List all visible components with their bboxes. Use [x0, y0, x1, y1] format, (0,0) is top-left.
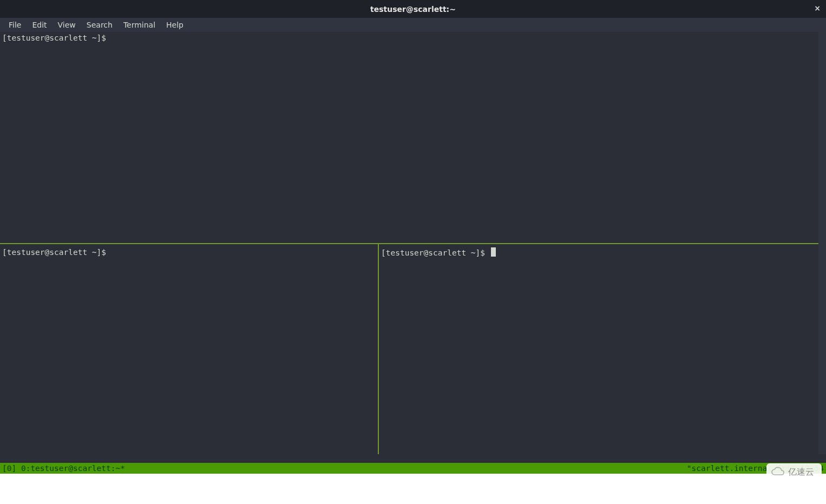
- shell-prompt: [testuser@scarlett ~]$: [2, 34, 111, 42]
- scrollbar[interactable]: [818, 32, 826, 454]
- tmux-status-left: [0] 0:testuser@scarlett:~*: [2, 463, 125, 474]
- menu-help[interactable]: Help: [161, 18, 189, 31]
- menu-terminal[interactable]: Terminal: [118, 18, 161, 31]
- terminal-area: [testuser@scarlett ~]$ [testuser@scarlet…: [0, 32, 826, 504]
- tmux-pane-top[interactable]: [testuser@scarlett ~]$: [0, 32, 818, 243]
- tmux-pane-bottom-left[interactable]: [testuser@scarlett ~]$: [0, 244, 378, 454]
- tmux-bottom-row: [testuser@scarlett ~]$ [testuser@scarlet…: [0, 244, 818, 454]
- shell-prompt: [testuser@scarlett ~]$: [381, 248, 490, 257]
- menu-view[interactable]: View: [53, 18, 81, 31]
- watermark-text: 亿速云: [788, 467, 814, 478]
- tmux-status-bar: [0] 0:testuser@scarlett:~* "scarlett.int…: [0, 463, 826, 474]
- window-title: testuser@scarlett:~: [370, 5, 456, 14]
- cloud-icon: [771, 467, 785, 479]
- window-titlebar: testuser@scarlett:~ ×: [0, 0, 826, 18]
- menu-edit[interactable]: Edit: [27, 18, 52, 31]
- menu-search[interactable]: Search: [81, 18, 118, 31]
- page-bottom-strip: [0, 474, 826, 504]
- watermark-badge: 亿速云: [766, 463, 822, 481]
- close-icon[interactable]: ×: [814, 4, 821, 12]
- tmux-pane-bottom-right[interactable]: [testuser@scarlett ~]$: [379, 244, 818, 454]
- shell-prompt: [testuser@scarlett ~]$: [2, 248, 111, 257]
- terminal-cursor: [491, 247, 496, 257]
- menu-bar: File Edit View Search Terminal Help: [0, 18, 826, 32]
- menu-file[interactable]: File: [3, 18, 27, 31]
